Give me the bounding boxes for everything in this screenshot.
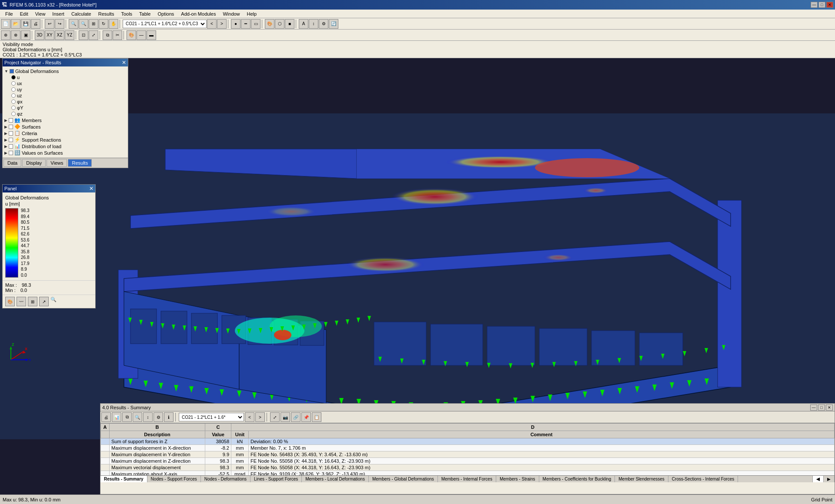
- print-btn[interactable]: 🖨: [31, 19, 40, 29]
- menu-tools[interactable]: Tools: [117, 10, 136, 17]
- tree-distribution[interactable]: ▶ 📊 Distribution of load: [4, 143, 126, 149]
- radio-phiz[interactable]: [11, 112, 16, 116]
- tab-prev-btn[interactable]: ◀: [813, 476, 824, 482]
- minimize-button[interactable]: —: [811, 2, 818, 8]
- check-members[interactable]: [9, 118, 13, 123]
- res-combo[interactable]: CO21 - 1.2*LC1 + 1.6*: [179, 413, 244, 421]
- surface-btn[interactable]: ▭: [251, 19, 261, 29]
- rotate-btn[interactable]: ↻: [99, 19, 108, 29]
- results-restore[interactable]: □: [818, 405, 825, 411]
- tab-members-internal[interactable]: Members - Internal Forces: [438, 476, 496, 482]
- menu-help[interactable]: Help: [244, 10, 261, 17]
- title-bar-controls[interactable]: — □ ✕: [811, 2, 833, 8]
- check-support[interactable]: [9, 138, 13, 142]
- res-sort-btn[interactable]: ↕: [143, 412, 153, 422]
- tab-cross-sections[interactable]: Cross-Sections - Internal Forces: [668, 476, 738, 482]
- check-values[interactable]: [9, 151, 13, 155]
- menu-insert[interactable]: Insert: [49, 10, 68, 17]
- tab-display[interactable]: Display: [22, 159, 46, 167]
- tab-nodes-deformations[interactable]: Nodes - Deformations: [201, 476, 250, 482]
- tab-nodes-support[interactable]: Nodes - Support Forces: [147, 476, 201, 482]
- check-criteria[interactable]: [9, 131, 13, 136]
- menu-table[interactable]: Table: [136, 10, 154, 17]
- menu-file[interactable]: File: [2, 10, 17, 17]
- pan-btn[interactable]: ✋: [109, 19, 118, 29]
- radio-phiY[interactable]: [11, 106, 16, 110]
- res-nav2[interactable]: 📷: [281, 412, 290, 422]
- menu-options[interactable]: Options: [154, 10, 177, 17]
- tree-uz[interactable]: uz: [4, 93, 126, 99]
- res-info-btn[interactable]: ℹ: [164, 412, 174, 422]
- tree-members[interactable]: ▶ 👥 Members: [4, 117, 126, 123]
- view-yz-btn[interactable]: YZ: [65, 30, 74, 40]
- node-btn[interactable]: ●: [231, 19, 240, 29]
- check-surfaces[interactable]: [9, 125, 13, 129]
- tab-next-btn[interactable]: ▶: [824, 476, 835, 482]
- res-nav5[interactable]: 📋: [312, 412, 321, 422]
- radio-uz[interactable]: [11, 93, 16, 98]
- solid-btn[interactable]: ■: [285, 19, 294, 29]
- save-btn[interactable]: 💾: [21, 19, 30, 29]
- radio-u[interactable]: [11, 75, 16, 80]
- close-button[interactable]: ✕: [826, 2, 833, 8]
- tab-data[interactable]: Data: [3, 159, 21, 167]
- tree-support-reactions[interactable]: ▶ ⚡ Support Reactions: [4, 136, 126, 143]
- tree-phix[interactable]: φx: [4, 99, 126, 105]
- res-nav3[interactable]: 🔗: [291, 412, 301, 422]
- res-settings-btn[interactable]: ⚙: [154, 412, 163, 422]
- restore-button[interactable]: □: [818, 2, 825, 8]
- res-nav1[interactable]: ⤢: [270, 412, 280, 422]
- next-btn[interactable]: >: [217, 19, 227, 29]
- tab-members-local[interactable]: Members - Local Deformations: [302, 476, 369, 482]
- fill-btn[interactable]: ▬: [147, 30, 156, 40]
- new-btn[interactable]: 📄: [1, 19, 10, 29]
- res-nav4[interactable]: 📌: [301, 412, 311, 422]
- res-print-btn[interactable]: 🖨: [101, 412, 111, 422]
- fit-btn[interactable]: ⤢: [89, 30, 98, 40]
- render-btn[interactable]: 🎨: [265, 19, 274, 29]
- zoom-all-btn[interactable]: ⊞: [89, 19, 98, 29]
- view-3d-btn[interactable]: 3D: [35, 30, 44, 40]
- zoom-in-btn[interactable]: 🔍: [69, 19, 78, 29]
- menu-calculate[interactable]: Calculate: [68, 10, 95, 17]
- res-next[interactable]: >: [255, 412, 265, 422]
- menu-edit[interactable]: Edit: [17, 10, 32, 17]
- tree-phiY[interactable]: φY: [4, 105, 126, 111]
- wireframe-btn[interactable]: ⬡: [275, 19, 284, 29]
- panel-close[interactable]: ✕: [89, 186, 94, 192]
- tab-views[interactable]: Views: [47, 159, 67, 167]
- line-btn[interactable]: —: [137, 30, 146, 40]
- tree-u[interactable]: u: [4, 74, 126, 80]
- tab-lines-support[interactable]: Lines - Support Forces: [250, 476, 302, 482]
- view-xz-btn[interactable]: XZ: [55, 30, 64, 40]
- open-btn[interactable]: 📂: [11, 19, 20, 29]
- menu-view[interactable]: View: [32, 10, 49, 17]
- results-close[interactable]: ✕: [826, 405, 833, 411]
- res-excel-btn[interactable]: 📊: [112, 412, 121, 422]
- refresh-btn[interactable]: 🔄: [329, 19, 338, 29]
- center-btn[interactable]: ⊡: [79, 30, 88, 40]
- tree-ux[interactable]: ux: [4, 80, 126, 86]
- load-combo[interactable]: CO21 - 1.2*LC1 + 1.6*LC2 + 0.5*LC3: [123, 20, 207, 28]
- panel-contour-btn[interactable]: 〰: [17, 297, 26, 306]
- res-copy-btn[interactable]: ⧉: [122, 412, 132, 422]
- panel-magnify-btn[interactable]: 🔍: [50, 297, 60, 306]
- section-btn[interactable]: ✂: [113, 30, 122, 40]
- snap-surface-btn[interactable]: ▣: [21, 30, 30, 40]
- tab-results-summary[interactable]: Results - Summary: [100, 476, 147, 482]
- check-distribution[interactable]: [9, 144, 13, 149]
- member-btn[interactable]: ━: [241, 19, 250, 29]
- color-btn[interactable]: 🎨: [127, 30, 136, 40]
- zoom-out-btn[interactable]: 🔍: [79, 19, 88, 29]
- tree-criteria[interactable]: ▶ 📋 Criteria: [4, 130, 126, 136]
- results-minimize[interactable]: —: [810, 405, 817, 411]
- view-xy-btn[interactable]: XY: [45, 30, 54, 40]
- scale-btn[interactable]: ↕: [309, 19, 318, 29]
- tab-members-buckling[interactable]: Members - Coefficients for Buckling: [539, 476, 615, 482]
- tree-phiz[interactable]: φz: [4, 111, 126, 117]
- radio-uy[interactable]: [11, 87, 16, 92]
- res-filter-btn[interactable]: 🔍: [133, 412, 142, 422]
- copy-view-btn[interactable]: ⧉: [103, 30, 112, 40]
- panel-export-btn[interactable]: ↗: [39, 297, 49, 306]
- tab-members-global[interactable]: Members - Global Deformations: [369, 476, 438, 482]
